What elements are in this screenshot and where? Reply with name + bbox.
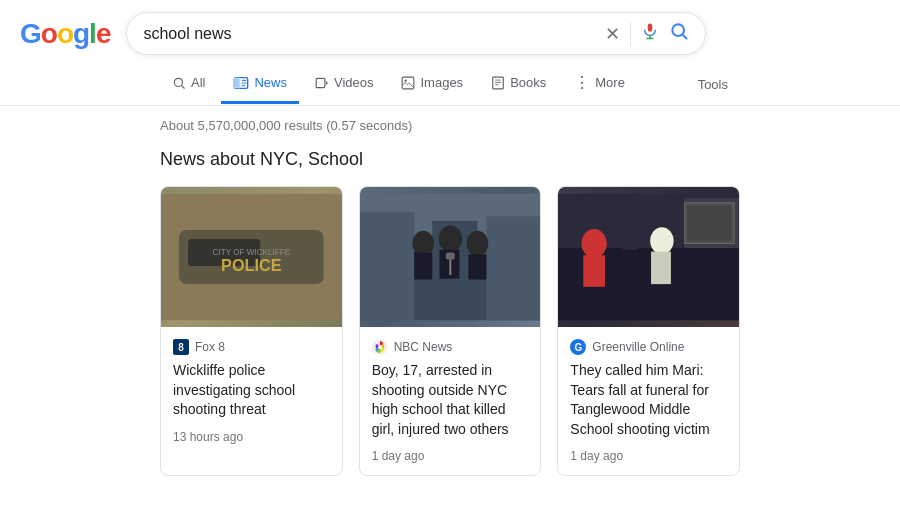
nav-bar: All News Videos [0,63,900,106]
news-card-1[interactable]: POLICE CITY OF WICKLIFFE 8 Fox 8 Wicklif… [160,186,343,476]
card-2-title: Boy, 17, arrested in shooting outside NY… [372,361,529,439]
card-1-source: Fox 8 [195,340,225,354]
nav-item-all[interactable]: All [160,65,217,103]
search-bar: school news ✕ [126,12,706,55]
svg-point-43 [582,229,607,258]
header: Google school news ✕ [0,0,900,63]
google-logo: Google [20,18,110,50]
card-1-source-line: 8 Fox 8 [173,339,330,355]
more-dots-icon: ⋮ [574,73,590,92]
video-nav-icon [315,76,329,90]
svg-marker-14 [326,80,328,85]
card-2-source: NBC News [394,340,453,354]
svg-rect-38 [445,252,454,259]
svg-rect-32 [414,252,432,279]
nav-images-label: Images [420,75,463,90]
svg-rect-13 [316,78,325,87]
nav-more-label: More [595,75,625,90]
news-cards: POLICE CITY OF WICKLIFFE 8 Fox 8 Wicklif… [160,186,740,476]
svg-line-6 [182,85,185,88]
books-nav-icon [491,76,505,90]
card-3-content: G Greenville Online They called him Mari… [558,327,739,475]
svg-rect-51 [685,198,739,248]
nav-items: All News Videos [160,63,637,105]
svg-text:CITY OF WICKLIFFE: CITY OF WICKLIFFE [213,248,291,257]
search-input[interactable]: school news [143,25,595,43]
card-2-content: NBC News Boy, 17, arrested in shooting o… [360,327,541,475]
card-2-image [360,187,541,327]
card-2-source-line: NBC News [372,339,529,355]
svg-rect-48 [651,252,671,285]
news-card-3[interactable]: G Greenville Online They called him Mari… [557,186,740,476]
svg-rect-17 [493,77,504,89]
fox-icon: 8 [173,339,189,355]
nav-news-label: News [254,75,287,90]
tools-button[interactable]: Tools [686,67,740,102]
search-icons: ✕ [605,21,689,46]
svg-rect-0 [648,24,653,32]
svg-point-47 [650,227,673,254]
svg-point-45 [619,225,642,252]
images-nav-icon [401,76,415,90]
card-3-title: They called him Mari: Tears fall at fune… [570,361,727,439]
greenville-icon: G [570,339,586,355]
news-section: News about NYC, School POLICE CITY OF WI… [0,141,900,496]
clear-icon[interactable]: ✕ [605,23,620,45]
nav-all-label: All [191,75,205,90]
card-3-source-line: G Greenville Online [570,339,727,355]
nav-videos-label: Videos [334,75,374,90]
results-info: About 5,570,000,000 results (0.57 second… [0,106,900,141]
news-icon [233,75,249,91]
news-section-heading: News about NYC, School [160,149,740,170]
card-1-content: 8 Fox 8 Wickliffe police investigating s… [161,327,342,456]
svg-rect-28 [360,212,414,320]
svg-point-16 [405,79,407,81]
nav-item-more[interactable]: ⋮ More [562,63,637,105]
news-card-2[interactable]: NBC News Boy, 17, arrested in shooting o… [359,186,542,476]
nav-books-label: Books [510,75,546,90]
nav-item-news[interactable]: News [221,65,299,104]
svg-rect-36 [468,254,486,279]
svg-point-31 [412,231,434,256]
card-1-image: POLICE CITY OF WICKLIFFE [161,187,342,327]
card-1-title: Wickliffe police investigating school sh… [173,361,330,420]
svg-rect-12 [235,78,240,87]
nav-item-videos[interactable]: Videos [303,65,386,103]
svg-text:POLICE: POLICE [221,256,282,274]
svg-rect-30 [486,216,540,320]
card-2-time: 1 day ago [372,449,529,463]
card-1-time: 13 hours ago [173,430,330,444]
divider [630,22,631,46]
card-3-time: 1 day ago [570,449,727,463]
svg-rect-44 [584,255,606,287]
svg-point-35 [466,231,488,256]
nav-item-images[interactable]: Images [389,65,475,103]
search-button-icon[interactable] [669,21,689,46]
svg-line-4 [683,35,687,39]
nbc-icon [372,339,388,355]
svg-point-33 [438,225,461,252]
card-3-image [558,187,739,327]
card-3-source: Greenville Online [592,340,684,354]
mic-icon[interactable] [641,22,659,45]
svg-point-40 [378,345,382,349]
nav-item-books[interactable]: Books [479,65,558,103]
svg-rect-46 [620,250,640,284]
search-nav-icon [172,76,186,90]
